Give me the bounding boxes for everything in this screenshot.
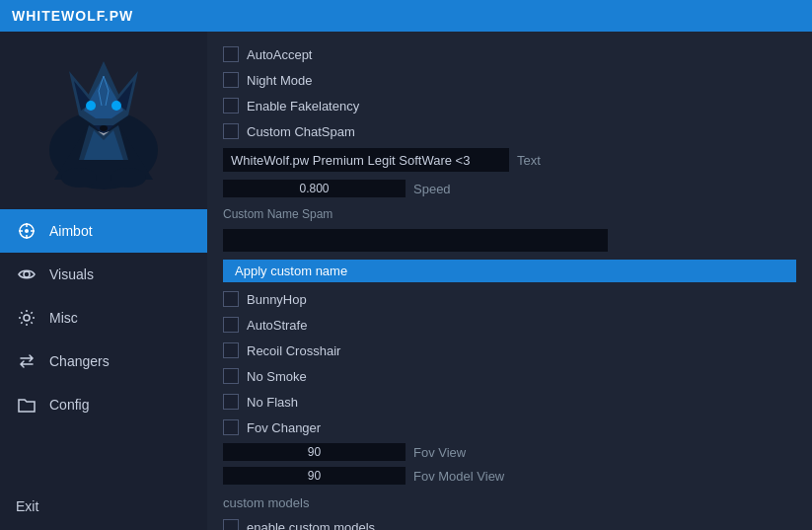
svg-point-22 (25, 229, 29, 233)
fovchanger-row: Fov Changer (223, 416, 796, 438)
svg-point-10 (111, 101, 121, 111)
autostrafe-row: AutoStrafe (223, 314, 796, 336)
chatspam-text-row: Text (223, 148, 796, 172)
svg-point-24 (24, 315, 30, 321)
autostrafe-checkbox[interactable] (223, 317, 239, 333)
recoilcrosshair-checkbox[interactable] (223, 342, 239, 358)
text-label: Text (517, 153, 556, 168)
enable-custom-models-checkbox[interactable] (223, 519, 239, 530)
sidebar-item-aimbot[interactable]: Aimbot (0, 209, 207, 253)
custom-name-input-area (223, 229, 608, 252)
nightmode-label: Night Mode (247, 73, 312, 88)
nightmode-row: Night Mode (223, 69, 796, 91)
sidebar: Aimbot Visuals Misc (0, 32, 207, 530)
speed-row: 0.800 Speed (223, 180, 796, 197)
svg-point-11 (100, 125, 108, 131)
eye-icon (16, 264, 37, 285)
svg-point-9 (86, 101, 96, 111)
sidebar-item-visuals[interactable]: Visuals (0, 253, 207, 296)
aimbot-label: Aimbot (49, 223, 93, 239)
svg-point-16 (111, 168, 146, 188)
fakelatency-row: Enable Fakelatency (223, 95, 796, 116)
svg-point-15 (61, 168, 97, 188)
title-bar: WHITEWOLF.PW (0, 0, 812, 32)
fovchanger-checkbox[interactable] (223, 419, 239, 435)
fov-view-value: 90 (223, 445, 406, 459)
autoacept-label: AutoAccept (247, 47, 313, 62)
apply-custom-name-button[interactable]: Apply custom name (223, 260, 796, 282)
chatspam-label: Custom ChatSpam (247, 124, 355, 139)
crosshair-icon (16, 220, 37, 242)
recoilcrosshair-row: Recoil Crosshair (223, 340, 796, 361)
speed-slider[interactable]: 0.800 (223, 180, 406, 197)
fov-model-view-value: 90 (223, 469, 406, 483)
fov-view-slider[interactable]: 90 (223, 443, 406, 461)
custom-name-spam-label: Custom Name Spam (223, 207, 796, 221)
exit-button[interactable]: Exit (0, 487, 207, 530)
svg-point-23 (24, 271, 30, 277)
fakelatency-label: Enable Fakelatency (247, 99, 359, 114)
speed-value: 0.800 (223, 182, 406, 195)
changers-label: Changers (49, 353, 110, 369)
nosmoke-label: No Smoke (247, 369, 307, 384)
sidebar-item-config[interactable]: Config (0, 383, 207, 426)
nightmode-checkbox[interactable] (223, 72, 239, 88)
nosmoke-checkbox[interactable] (223, 368, 239, 384)
enable-custom-models-label: enable custom models (247, 520, 375, 531)
misc-label: Misc (49, 310, 78, 326)
visuals-label: Visuals (49, 266, 94, 282)
bunnyhop-checkbox[interactable] (223, 291, 239, 307)
autostrafe-label: AutoStrafe (247, 318, 307, 333)
app-title: WHITEWOLF.PW (12, 8, 133, 24)
recoilcrosshair-label: Recoil Crosshair (247, 343, 340, 358)
custom-models-header: custom models (223, 495, 796, 510)
bunnyhop-row: BunnyHop (223, 288, 796, 310)
sidebar-item-misc[interactable]: Misc (0, 296, 207, 340)
chatspam-checkbox[interactable] (223, 123, 239, 139)
noflash-checkbox[interactable] (223, 394, 239, 410)
folder-icon (16, 394, 37, 416)
fov-model-view-row: 90 Fov Model View (223, 467, 796, 485)
fovchanger-label: Fov Changer (247, 420, 321, 435)
chatspam-row: Custom ChatSpam (223, 120, 796, 142)
fov-model-view-label: Fov Model View (413, 469, 504, 484)
fov-view-row: 90 Fov View (223, 443, 796, 461)
config-label: Config (49, 397, 89, 413)
speed-label: Speed (413, 182, 453, 196)
noflash-label: No Flash (247, 395, 298, 410)
noflash-row: No Flash (223, 391, 796, 413)
logo-area (0, 32, 207, 209)
content-panel: AutoAccept Night Mode Enable Fakelatency… (207, 32, 812, 530)
nosmoke-row: No Smoke (223, 365, 796, 387)
autoacept-row: AutoAccept (223, 43, 796, 65)
bunnyhop-label: BunnyHop (247, 292, 307, 307)
chatspam-text-input[interactable] (223, 148, 509, 172)
autoacept-checkbox[interactable] (223, 46, 239, 62)
fov-model-view-slider[interactable]: 90 (223, 467, 406, 485)
custom-name-input[interactable] (223, 229, 608, 252)
swap-icon (16, 350, 37, 372)
enable-custom-models-row: enable custom models (223, 516, 796, 530)
sidebar-item-changers[interactable]: Changers (0, 340, 207, 383)
wolf-logo (25, 41, 183, 199)
fov-view-label: Fov View (413, 445, 466, 460)
fakelatency-checkbox[interactable] (223, 98, 239, 114)
gear-icon (16, 307, 37, 329)
